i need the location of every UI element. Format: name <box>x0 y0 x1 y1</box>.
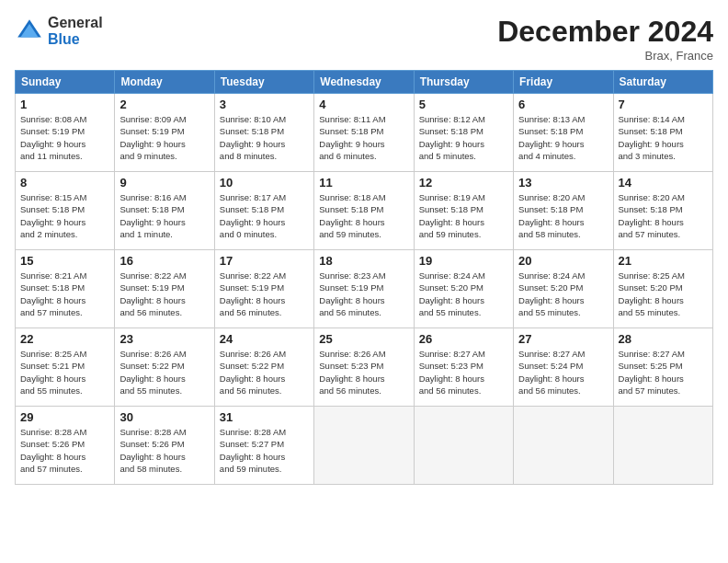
day-number: 20 <box>518 254 608 268</box>
table-row: 21Sunrise: 8:25 AM Sunset: 5:20 PM Dayli… <box>613 250 712 328</box>
table-row: 20Sunrise: 8:24 AM Sunset: 5:20 PM Dayli… <box>514 250 613 328</box>
day-info: Sunrise: 8:16 AM Sunset: 5:18 PM Dayligh… <box>119 191 209 240</box>
calendar-week-row: 1Sunrise: 8:08 AM Sunset: 5:19 PM Daylig… <box>16 94 713 172</box>
calendar-table: Sunday Monday Tuesday Wednesday Thursday… <box>15 70 713 485</box>
col-friday: Friday <box>514 71 613 94</box>
table-row: 5Sunrise: 8:12 AM Sunset: 5:18 PM Daylig… <box>414 94 513 172</box>
day-number: 18 <box>319 254 408 268</box>
day-number: 6 <box>518 98 608 111</box>
day-info: Sunrise: 8:22 AM Sunset: 5:19 PM Dayligh… <box>220 270 309 318</box>
day-info: Sunrise: 8:28 AM Sunset: 5:26 PM Dayligh… <box>20 426 109 475</box>
col-monday: Monday <box>115 71 214 94</box>
day-info: Sunrise: 8:14 AM Sunset: 5:18 PM Dayligh… <box>619 113 708 162</box>
table-row: 10Sunrise: 8:17 AM Sunset: 5:18 PM Dayli… <box>214 172 313 250</box>
calendar-week-row: 15Sunrise: 8:21 AM Sunset: 5:18 PM Dayli… <box>16 250 713 328</box>
day-info: Sunrise: 8:12 AM Sunset: 5:18 PM Dayligh… <box>419 113 508 162</box>
day-number: 26 <box>419 332 508 346</box>
day-number: 22 <box>20 332 109 346</box>
title-area: December 2024 Brax, France <box>497 15 713 63</box>
day-info: Sunrise: 8:08 AM Sunset: 5:19 PM Dayligh… <box>20 113 109 162</box>
day-number: 1 <box>20 98 109 111</box>
table-row: 25Sunrise: 8:26 AM Sunset: 5:23 PM Dayli… <box>314 328 414 407</box>
day-info: Sunrise: 8:27 AM Sunset: 5:25 PM Dayligh… <box>619 348 708 396</box>
day-number: 8 <box>20 176 109 190</box>
day-info: Sunrise: 8:25 AM Sunset: 5:21 PM Dayligh… <box>20 348 109 396</box>
table-row: 29Sunrise: 8:28 AM Sunset: 5:26 PM Dayli… <box>16 407 115 485</box>
day-info: Sunrise: 8:26 AM Sunset: 5:23 PM Dayligh… <box>319 348 408 396</box>
day-info: Sunrise: 8:26 AM Sunset: 5:22 PM Dayligh… <box>220 348 309 396</box>
table-row: 31Sunrise: 8:28 AM Sunset: 5:27 PM Dayli… <box>214 407 313 485</box>
day-info: Sunrise: 8:20 AM Sunset: 5:18 PM Dayligh… <box>518 191 608 240</box>
calendar-week-row: 22Sunrise: 8:25 AM Sunset: 5:21 PM Dayli… <box>16 328 713 407</box>
page: General Blue December 2024 Brax, France … <box>0 0 728 563</box>
table-row: 19Sunrise: 8:24 AM Sunset: 5:20 PM Dayli… <box>414 250 513 328</box>
day-info: Sunrise: 8:18 AM Sunset: 5:18 PM Dayligh… <box>319 191 408 240</box>
table-row: 18Sunrise: 8:23 AM Sunset: 5:19 PM Dayli… <box>314 250 414 328</box>
col-saturday: Saturday <box>613 71 712 94</box>
table-row: 7Sunrise: 8:14 AM Sunset: 5:18 PM Daylig… <box>613 94 712 172</box>
day-number: 31 <box>220 410 309 424</box>
day-info: Sunrise: 8:28 AM Sunset: 5:26 PM Dayligh… <box>119 426 209 475</box>
day-number: 28 <box>619 332 708 346</box>
table-row: 1Sunrise: 8:08 AM Sunset: 5:19 PM Daylig… <box>16 94 115 172</box>
logo: General Blue <box>15 15 103 47</box>
logo-icon <box>15 17 44 46</box>
day-number: 25 <box>319 332 408 346</box>
col-wednesday: Wednesday <box>314 71 414 94</box>
table-row: 9Sunrise: 8:16 AM Sunset: 5:18 PM Daylig… <box>115 172 214 250</box>
day-info: Sunrise: 8:11 AM Sunset: 5:18 PM Dayligh… <box>319 113 408 162</box>
day-info: Sunrise: 8:10 AM Sunset: 5:18 PM Dayligh… <box>220 113 309 162</box>
day-number: 24 <box>220 332 309 346</box>
day-number: 13 <box>518 176 608 190</box>
day-info: Sunrise: 8:25 AM Sunset: 5:20 PM Dayligh… <box>619 270 708 318</box>
calendar-week-row: 29Sunrise: 8:28 AM Sunset: 5:26 PM Dayli… <box>16 407 713 485</box>
day-number: 11 <box>319 176 408 190</box>
table-row: 16Sunrise: 8:22 AM Sunset: 5:19 PM Dayli… <box>115 250 214 328</box>
table-row: 11Sunrise: 8:18 AM Sunset: 5:18 PM Dayli… <box>314 172 414 250</box>
table-row <box>414 407 513 485</box>
header: General Blue December 2024 Brax, France <box>15 15 713 63</box>
col-sunday: Sunday <box>16 71 115 94</box>
location: Brax, France <box>497 49 713 63</box>
day-number: 4 <box>319 98 408 111</box>
day-number: 2 <box>119 98 209 111</box>
day-info: Sunrise: 8:09 AM Sunset: 5:19 PM Dayligh… <box>119 113 209 162</box>
logo-general-text: General <box>48 15 103 31</box>
day-info: Sunrise: 8:17 AM Sunset: 5:18 PM Dayligh… <box>220 191 309 240</box>
table-row: 22Sunrise: 8:25 AM Sunset: 5:21 PM Dayli… <box>16 328 115 407</box>
day-info: Sunrise: 8:21 AM Sunset: 5:18 PM Dayligh… <box>20 270 109 318</box>
day-info: Sunrise: 8:26 AM Sunset: 5:22 PM Dayligh… <box>119 348 209 396</box>
day-info: Sunrise: 8:27 AM Sunset: 5:23 PM Dayligh… <box>419 348 508 396</box>
table-row: 2Sunrise: 8:09 AM Sunset: 5:19 PM Daylig… <box>115 94 214 172</box>
day-number: 19 <box>419 254 508 268</box>
table-row: 13Sunrise: 8:20 AM Sunset: 5:18 PM Dayli… <box>514 172 613 250</box>
logo-blue-text: Blue <box>48 31 103 48</box>
table-row <box>613 407 712 485</box>
table-row: 6Sunrise: 8:13 AM Sunset: 5:18 PM Daylig… <box>514 94 613 172</box>
table-row: 15Sunrise: 8:21 AM Sunset: 5:18 PM Dayli… <box>16 250 115 328</box>
table-row: 23Sunrise: 8:26 AM Sunset: 5:22 PM Dayli… <box>115 328 214 407</box>
table-row: 30Sunrise: 8:28 AM Sunset: 5:26 PM Dayli… <box>115 407 214 485</box>
day-number: 14 <box>619 176 708 190</box>
table-row: 17Sunrise: 8:22 AM Sunset: 5:19 PM Dayli… <box>214 250 313 328</box>
table-row: 26Sunrise: 8:27 AM Sunset: 5:23 PM Dayli… <box>414 328 513 407</box>
table-row <box>314 407 414 485</box>
day-number: 23 <box>119 332 209 346</box>
day-info: Sunrise: 8:24 AM Sunset: 5:20 PM Dayligh… <box>518 270 608 318</box>
day-info: Sunrise: 8:15 AM Sunset: 5:18 PM Dayligh… <box>20 191 109 240</box>
day-info: Sunrise: 8:13 AM Sunset: 5:18 PM Dayligh… <box>518 113 608 162</box>
day-info: Sunrise: 8:22 AM Sunset: 5:19 PM Dayligh… <box>119 270 209 318</box>
day-number: 9 <box>119 176 209 190</box>
calendar-week-row: 8Sunrise: 8:15 AM Sunset: 5:18 PM Daylig… <box>16 172 713 250</box>
day-number: 7 <box>619 98 708 111</box>
table-row <box>514 407 613 485</box>
table-row: 4Sunrise: 8:11 AM Sunset: 5:18 PM Daylig… <box>314 94 414 172</box>
logo-text: General Blue <box>48 15 103 47</box>
day-info: Sunrise: 8:28 AM Sunset: 5:27 PM Dayligh… <box>220 426 309 475</box>
day-info: Sunrise: 8:19 AM Sunset: 5:18 PM Dayligh… <box>419 191 508 240</box>
calendar-header-row: Sunday Monday Tuesday Wednesday Thursday… <box>16 71 713 94</box>
col-thursday: Thursday <box>414 71 513 94</box>
day-number: 17 <box>220 254 309 268</box>
table-row: 28Sunrise: 8:27 AM Sunset: 5:25 PM Dayli… <box>613 328 712 407</box>
day-info: Sunrise: 8:24 AM Sunset: 5:20 PM Dayligh… <box>419 270 508 318</box>
